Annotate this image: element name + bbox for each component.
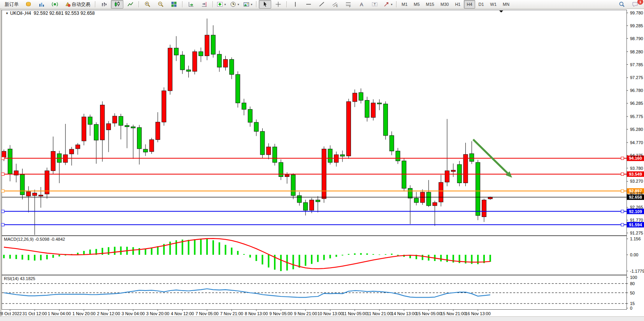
macd-histogram-bar xyxy=(249,255,251,258)
text-button[interactable]: A xyxy=(355,0,368,9)
bull-candle xyxy=(285,175,289,177)
macd-histogram-bar xyxy=(9,255,11,259)
rsi-panel[interactable]: 1008050150 xyxy=(0,275,644,310)
price-chart-panel[interactable]: 94.16093.54992.89792.65892.10991.59499.7… xyxy=(0,10,644,236)
chart-title: ▼UKOil-,H4 92.592 92.681 92.553 92.658 xyxy=(5,11,95,16)
templates-button[interactable]: ▾ xyxy=(242,0,254,9)
toolbar-separator xyxy=(95,1,96,7)
toolbar-separator xyxy=(256,1,257,7)
tile-windows-button[interactable] xyxy=(168,0,180,9)
autotrading-icon xyxy=(65,1,71,7)
bar-chart-button[interactable] xyxy=(98,0,110,9)
macd-panel[interactable]: 1.1560.00-1.1779 xyxy=(0,236,644,275)
macd-histogram-bar xyxy=(58,255,60,256)
arrows-button[interactable]: ▾ xyxy=(382,0,394,9)
market-watch-button[interactable] xyxy=(35,0,48,9)
price-tick-label: 93.780 xyxy=(630,166,643,171)
bear-candle xyxy=(211,35,215,54)
indicators-button[interactable]: ▾ xyxy=(215,0,228,9)
price-tick-label: 96.780 xyxy=(630,88,643,93)
price-tick-label: 97.785 xyxy=(630,62,643,67)
macd-histogram-bar xyxy=(3,255,5,258)
timeframe-button-w1[interactable]: W1 xyxy=(488,0,500,9)
terminal-window: 新订单 自动交易 ▾ ▾ ▾ E F A T ▾ M xyxy=(0,0,644,321)
price-tick-label: 99.285 xyxy=(630,23,643,28)
macd-histogram-bar xyxy=(323,255,325,260)
macd-histogram-bar xyxy=(397,255,398,256)
horizontal-line-button[interactable] xyxy=(302,0,315,9)
bull-candle xyxy=(2,151,6,157)
price-badge-label: 91.594 xyxy=(629,222,642,227)
macd-histogram-bar xyxy=(348,254,349,255)
bull-candle xyxy=(39,195,43,196)
new-order-button[interactable]: 新订单 xyxy=(2,0,21,9)
macd-histogram-bar xyxy=(360,253,362,255)
time-axis[interactable]: 28 Oct 202231 Oct 12:001 Nov 04:001 Nov … xyxy=(0,310,644,317)
indicators-icon xyxy=(217,1,223,7)
bear-candle xyxy=(279,162,283,177)
auto-trading-button[interactable]: 自动交易 xyxy=(62,0,93,9)
zoom-out-button[interactable] xyxy=(154,0,167,9)
line-chart-button[interactable] xyxy=(124,0,137,9)
notification-badge: 1 xyxy=(637,0,643,5)
crosshair-button[interactable] xyxy=(272,0,284,9)
window-bottom-edge xyxy=(0,316,644,321)
chart-shift-button[interactable] xyxy=(198,0,211,9)
text-label-button[interactable]: T xyxy=(369,0,381,9)
timeframe-button-mn[interactable]: MN xyxy=(500,0,512,9)
fibonacci-button[interactable]: F xyxy=(342,0,354,9)
auto-scroll-button[interactable] xyxy=(185,0,197,9)
bear-candle xyxy=(174,48,178,55)
cursor-button[interactable] xyxy=(259,0,271,9)
macd-histogram-bar xyxy=(108,247,109,255)
macd-histogram-bar xyxy=(261,255,263,265)
line-handle xyxy=(2,157,4,160)
bull-candle xyxy=(149,140,154,152)
bear-candle xyxy=(254,122,258,131)
time-tick-label: 1 Nov 20:00 xyxy=(72,311,95,316)
line-handle xyxy=(2,223,4,226)
timeframe-button-m15[interactable]: M15 xyxy=(423,0,437,9)
timeframe-button-h1[interactable]: H1 xyxy=(452,0,463,9)
bull-candle xyxy=(82,117,86,141)
channel-button[interactable]: E xyxy=(329,0,341,9)
bull-candle xyxy=(193,52,197,71)
zoom-in-button[interactable] xyxy=(141,0,154,9)
timeframe-button-m1[interactable]: M1 xyxy=(399,0,410,9)
candlestick-chart-icon xyxy=(114,1,120,7)
bear-candle xyxy=(304,203,308,210)
vertical-line-button[interactable] xyxy=(289,0,302,9)
timeframe-button-h4[interactable]: H4 xyxy=(464,0,475,9)
price-badge-label: 93.549 xyxy=(629,172,642,176)
macd-histogram-bar xyxy=(293,255,294,269)
time-tick-label: 31 Oct 12:00 xyxy=(23,311,47,316)
timeframe-button-m30[interactable]: M30 xyxy=(438,0,451,9)
bear-candle xyxy=(236,74,240,103)
coins-icon-button[interactable] xyxy=(22,0,35,9)
bear-candle xyxy=(242,103,246,109)
bull-candle xyxy=(371,103,376,117)
macd-histogram-bar xyxy=(53,255,54,258)
tile-windows-icon xyxy=(171,1,177,7)
time-tick-label: 7 Nov 05:00 xyxy=(195,311,218,316)
time-tick-label: 9 Nov 21:00 xyxy=(294,311,317,316)
search-button[interactable] xyxy=(616,0,628,9)
signal-button[interactable] xyxy=(49,0,61,9)
candlestick-chart-button[interactable] xyxy=(111,0,123,9)
time-tick-label: 11 Nov 05:00 xyxy=(342,311,367,316)
svg-text:A: A xyxy=(360,2,363,7)
macd-histogram-bar xyxy=(329,255,331,258)
timeframe-button-d1[interactable]: D1 xyxy=(476,0,487,9)
notifications-button[interactable]: 1 xyxy=(629,0,641,9)
timeframe-button-m5[interactable]: M5 xyxy=(411,0,422,9)
bear-candle xyxy=(20,175,25,195)
bear-candle xyxy=(377,103,382,104)
periods-button[interactable]: ▾ xyxy=(228,0,241,9)
line-handle xyxy=(2,190,4,192)
symbol-dropdown-icon[interactable]: ▼ xyxy=(5,12,9,15)
macd-histogram-bar xyxy=(120,247,122,255)
bear-candle xyxy=(248,109,252,122)
trendline-button[interactable] xyxy=(316,0,328,9)
macd-tick-label: 0.00 xyxy=(630,252,638,257)
bear-candle xyxy=(186,70,191,71)
